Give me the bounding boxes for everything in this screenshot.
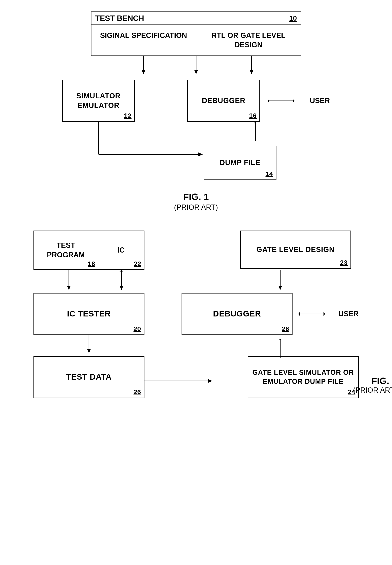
gate-level-sim-box: GATE LEVEL SIMULATOR OR EMULATOR DUMP FI… <box>248 356 359 398</box>
svg-marker-17 <box>120 270 123 271</box>
ic-ref: 22 <box>134 259 141 268</box>
ic-label: IC <box>117 245 125 255</box>
svg-marker-1 <box>141 70 145 74</box>
test-program-label: TEST PROGRAM <box>38 241 94 260</box>
test-data-box: TEST DATA 26 <box>33 356 144 398</box>
svg-marker-25 <box>87 349 91 353</box>
fig1-arrows-middle <box>62 122 330 179</box>
fig1-sublabel: (PRIOR ART) <box>33 203 359 212</box>
simulator-box: SIMULATOR EMULATOR 12 <box>62 80 135 122</box>
svg-marker-3 <box>194 70 198 74</box>
rtl-design: RTL OR GATE LEVEL DESIGN <box>196 25 301 56</box>
debugger-box-fig1: DEBUGGER 16 <box>187 80 260 122</box>
fig2-svg-arrows1 <box>33 270 359 293</box>
testbench-ref: 10 <box>289 14 297 22</box>
fig1-label: FIG. 1 <box>33 192 359 202</box>
user-label-fig2: USER <box>338 310 359 318</box>
svg-marker-20 <box>278 286 282 290</box>
fig1-diagram: TEST BENCH 10 SIGINAL SPECIFICATION RTL … <box>33 12 359 212</box>
user-arrow-fig2 <box>298 308 333 320</box>
svg-marker-18 <box>120 286 123 290</box>
gate-level-design-box: GATE LEVEL DESIGN 23 <box>240 231 351 269</box>
fig2-diagram: TEST PROGRAM 18 IC 22 GATE LEVEL DESIGN … <box>33 231 359 398</box>
fig2-arrows-row1 <box>33 270 359 293</box>
user-label-fig1: USER <box>310 97 330 105</box>
fig2-sublabel: (PRIOR ART) <box>353 386 392 394</box>
testbench-title: TEST BENCH <box>95 14 144 23</box>
test-program-ref: 18 <box>88 259 95 268</box>
fig2-label-container: FIG. 2 (PRIOR ART) <box>353 376 392 394</box>
fig2-label: FIG. 2 <box>353 376 392 386</box>
debugger-box-fig2: DEBUGGER 26 <box>182 293 293 335</box>
fig2-arrows-row2 <box>33 335 359 356</box>
signal-spec: SIGINAL SPECIFICATION <box>91 25 196 56</box>
svg-marker-7 <box>268 99 269 103</box>
svg-marker-8 <box>293 99 294 103</box>
testbench-box: TEST BENCH 10 SIGINAL SPECIFICATION RTL … <box>91 12 301 56</box>
svg-marker-23 <box>323 312 325 316</box>
dump-file-box: DUMP FILE 14 <box>204 146 277 180</box>
svg-marker-13 <box>253 122 257 123</box>
fig2-svg-arrows2 <box>33 335 359 356</box>
test-program-ic-box: TEST PROGRAM 18 IC 22 <box>33 231 144 270</box>
svg-marker-11 <box>198 153 203 156</box>
svg-marker-5 <box>250 70 253 74</box>
fig1-arrows-top <box>91 56 301 79</box>
user-arrow-fig1 <box>268 95 302 107</box>
svg-marker-15 <box>67 286 71 290</box>
ic-tester-box: IC TESTER 20 <box>33 293 144 335</box>
svg-marker-22 <box>298 312 300 316</box>
